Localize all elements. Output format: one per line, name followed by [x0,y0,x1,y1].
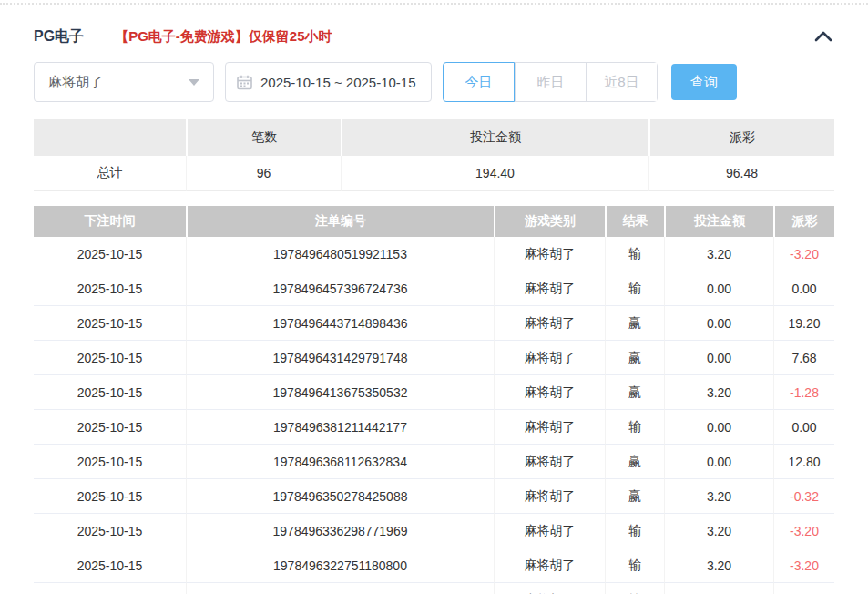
panel-header: PG电子 【PG电子-免费游戏】仅保留25小时 [34,26,834,46]
cell-result: 赢 [605,341,664,375]
yesterday-button[interactable]: 昨日 [515,63,586,101]
cell-game-type: 麻将胡了 [494,548,605,583]
game-select[interactable]: 麻将胡了 [34,62,214,102]
summary-header-count: 笔数 [186,119,341,156]
cell-order-number: 1978496381211442177 [186,410,494,445]
cell-payout: -3.20 [773,548,834,583]
search-button[interactable]: 查询 [671,64,737,100]
cell-game-type: 麻将胡了 [494,306,605,341]
date-range-value: 2025-10-15 ~ 2025-10-15 [260,75,416,90]
cell-result: 输 [605,548,664,583]
summary-total-row: 总计 96 194.40 96.48 [34,156,834,191]
collapse-panel-button[interactable] [812,26,834,46]
cell-result: 输 [605,514,664,548]
chevron-up-icon [814,31,832,42]
cell-bet-amount: 3.20 [664,375,773,410]
date-range-input[interactable]: 2025-10-15 ~ 2025-10-15 [225,62,432,102]
cell-bet-amount: 3.20 [664,479,773,514]
cell-result: 赢 [605,445,664,479]
cell-payout: 19.20 [773,306,834,341]
cell-result: 输 [605,271,664,306]
game-select-value: 麻将胡了 [48,74,103,91]
cell-payout: 7.68 [773,341,834,375]
table-row: 2025-10-15 1978496336298771969 麻将胡了 输 3.… [34,514,834,548]
cell-bet-time: 2025-10-15 [34,375,186,410]
cell-game-type: 麻将胡了 [494,445,605,479]
cell-order-number: 1978496322751180800 [186,548,494,583]
cell-payout [773,583,834,594]
cell-result: 输 [605,410,664,445]
cell-order-number: 1978496413675350532 [186,375,494,410]
last-8-days-button[interactable]: 近8日 [586,63,657,101]
summary-total-count: 96 [186,156,341,191]
today-button[interactable]: 今日 [443,62,515,102]
cell-game-type: 麻将胡了 [494,375,605,410]
cell-bet-amount: 0.00 [664,341,773,375]
table-row: 2025-10-15 1978496381211442177 麻将胡了 输 0.… [34,410,834,445]
cell-bet-time: 2025-10-15 [34,271,186,306]
cell-result: 赢 [605,306,664,341]
cell-bet-time: 2025-10-15 [34,548,186,583]
table-row: 2025-10-15 1978496480519921153 麻将胡了 输 3.… [34,237,834,271]
top-dotted-divider [0,3,868,5]
bet-records-table: 下注时间 注单编号 游戏类别 结果 投注金额 派彩 2025-10-15 197… [34,206,834,594]
cell-bet-time: 2025-10-15 [34,341,186,375]
summary-header-payout: 派彩 [648,119,834,156]
cell-order-number: 1978496368112632834 [186,445,494,479]
pg-games-panel: PG电子 【PG电子-免费游戏】仅保留25小时 麻将胡了 2025-10-15 … [0,26,868,594]
cell-bet-time: 2025-10-15 [34,410,186,445]
table-row: 2025-10-15 1978496322751180800 麻将胡了 输 3.… [34,548,834,583]
summary-header-bet-amount: 投注金额 [341,119,648,156]
cell-game-type: 麻将胡了 [494,583,605,594]
table-row: 2025-10-15 1978496350278425088 麻将胡了 赢 3.… [34,479,834,514]
caret-down-icon [189,79,199,86]
cell-result: 赢 [605,479,664,514]
cell-game-type: 麻将胡了 [494,479,605,514]
bet-table-header-row: 下注时间 注单编号 游戏类别 结果 投注金额 派彩 [34,206,834,237]
summary-table: 笔数 投注金额 派彩 总计 96 194.40 96.48 [34,119,834,191]
table-row: 麻将胡了 输 [34,583,834,594]
filter-row: 麻将胡了 2025-10-15 ~ 2025-10-15 今日 昨日 近8日 查… [34,62,834,102]
cell-bet-amount: 3.20 [664,237,773,271]
cell-bet-amount: 0.00 [664,306,773,341]
quick-date-button-group: 今日 昨日 近8日 [443,62,658,102]
cell-bet-amount: 3.20 [664,548,773,583]
cell-payout: 0.00 [773,410,834,445]
bet-header-bet-amount: 投注金额 [664,206,773,237]
cell-game-type: 麻将胡了 [494,271,605,306]
cell-bet-amount: 0.00 [664,271,773,306]
cell-payout: 12.80 [773,445,834,479]
table-row: 2025-10-15 1978496413675350532 麻将胡了 赢 3.… [34,375,834,410]
summary-header-blank [34,119,186,156]
cell-game-type: 麻将胡了 [494,237,605,271]
cell-order-number: 1978496350278425088 [186,479,494,514]
cell-bet-time: 2025-10-15 [34,237,186,271]
summary-total-label: 总计 [34,156,186,191]
cell-order-number: 1978496336298771969 [186,514,494,548]
cell-bet-time: 2025-10-15 [34,306,186,341]
cell-order-number [186,583,494,594]
cell-bet-amount: 0.00 [664,410,773,445]
cell-payout: 0.00 [773,271,834,306]
table-row: 2025-10-15 1978496457396724736 麻将胡了 输 0.… [34,271,834,306]
cell-result: 输 [605,237,664,271]
cell-order-number: 1978496457396724736 [186,271,494,306]
bet-header-time: 下注时间 [34,206,186,237]
cell-bet-time: 2025-10-15 [34,514,186,548]
table-row: 2025-10-15 1978496443714898436 麻将胡了 赢 0.… [34,306,834,341]
table-row: 2025-10-15 1978496431429791748 麻将胡了 赢 0.… [34,341,834,375]
cell-game-type: 麻将胡了 [494,514,605,548]
cell-order-number: 1978496480519921153 [186,237,494,271]
cell-game-type: 麻将胡了 [494,410,605,445]
cell-payout: -0.32 [773,479,834,514]
bet-header-order-no: 注单编号 [186,206,494,237]
cell-result: 赢 [605,375,664,410]
cell-bet-amount: 0.00 [664,445,773,479]
cell-result: 输 [605,583,664,594]
calendar-icon [237,75,252,90]
bet-header-game-type: 游戏类别 [494,206,605,237]
summary-total-bet-amount: 194.40 [341,156,648,191]
cell-payout: -3.20 [773,237,834,271]
cell-payout: -1.28 [773,375,834,410]
cell-bet-amount [664,583,773,594]
